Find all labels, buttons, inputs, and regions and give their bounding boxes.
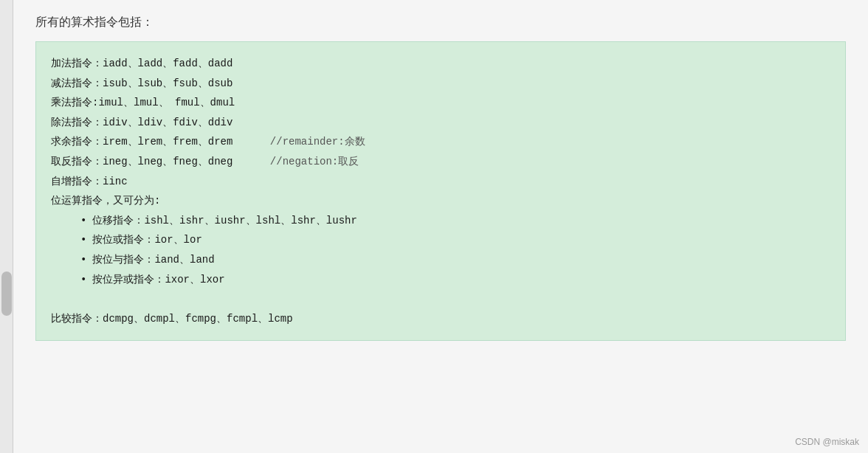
line-cmp: 比较指令：dcmpg、dcmpl、fcmpg、fcmpl、lcmp [51,309,830,329]
line-inc: 自增指令：iinc [51,172,830,192]
line-sub: 减法指令：isub、lsub、fsub、dsub [51,74,830,94]
page-container: 所有的算术指令包括： 加法指令：iadd、ladd、fadd、dadd 减法指令… [0,0,868,453]
scrollbar-left[interactable] [0,0,13,453]
line-mul: 乘法指令:imul、lmul、 fmul、dmul [51,93,830,113]
line-blank [51,289,830,309]
line-rem: 求余指令：irem、lrem、frem、drem //remainder:余数 [51,132,830,152]
bullet-text-and: 按位与指令：iand、land [92,250,214,270]
comment-rem: //remainder:余数 [270,136,365,148]
line-add: 加法指令：iadd、ladd、fadd、dadd [51,54,830,74]
main-content: 所有的算术指令包括： 加法指令：iadd、ladd、fadd、dadd 减法指令… [13,0,868,453]
bullet-dot-xor: • [80,270,86,290]
bullet-dot-and: • [80,250,86,270]
line-neg: 取反指令：ineg、lneg、fneg、dneg //negation:取反 [51,152,830,172]
comment-neg: //negation:取反 [270,156,359,167]
header-text: 所有的算术指令包括： [35,15,846,30]
bullet-or: • 按位或指令：ior、lor [51,230,830,250]
bullet-and: • 按位与指令：iand、land [51,250,830,270]
line-bit-intro: 位运算指令，又可分为: [51,191,830,211]
bullet-dot-shift: • [80,211,86,231]
bullet-text-xor: 按位异或指令：ixor、lxor [92,270,224,290]
watermark: CSDN @miskak [795,437,859,447]
code-block: 加法指令：iadd、ladd、fadd、dadd 减法指令：isub、lsub、… [35,41,846,341]
line-div: 除法指令：idiv、ldiv、fdiv、ddiv [51,113,830,133]
bullet-text-shift: 位移指令：ishl、ishr、iushr、lshl、lshr、lushr [92,211,356,231]
scrollbar-thumb[interactable] [1,272,12,316]
bullet-text-or: 按位或指令：ior、lor [92,230,202,250]
bullet-xor: • 按位异或指令：ixor、lxor [51,270,830,290]
bullet-shift: • 位移指令：ishl、ishr、iushr、lshl、lshr、lushr [51,211,830,231]
bullet-dot-or: • [80,230,86,250]
